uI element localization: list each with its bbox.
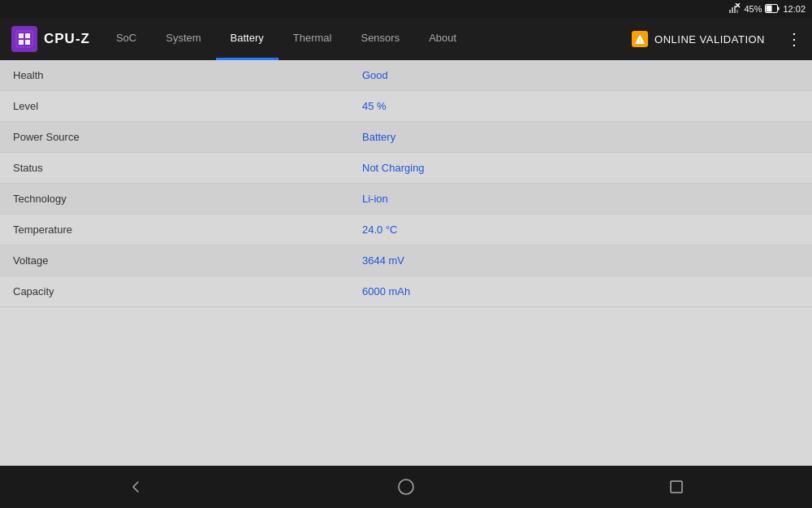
tab-sensors[interactable]: Sensors [346, 18, 414, 60]
row-label: Power Source [0, 124, 349, 150]
row-label: Capacity [0, 279, 349, 304]
row-value: 3644 mV [349, 248, 812, 273]
table-row: Capacity6000 mAh [0, 276, 812, 307]
table-row: StatusNot Charging [0, 153, 812, 184]
row-value: 24.0 °C [349, 217, 812, 242]
table-row: TechnologyLi-ion [0, 184, 812, 215]
battery-percent: 45% [744, 4, 762, 14]
nav-bar: CPU-Z SoC System Battery Thermal Sensors… [0, 18, 812, 60]
svg-rect-0 [729, 10, 731, 13]
svg-text:!: ! [639, 37, 641, 45]
battery-info-table: HealthGoodLevel45 %Power SourceBatterySt… [0, 60, 812, 307]
home-button[interactable] [386, 471, 426, 503]
tab-system[interactable]: System [151, 18, 215, 60]
row-label: Technology [0, 186, 349, 211]
content-area: HealthGoodLevel45 %Power SourceBatterySt… [0, 60, 812, 466]
row-label: Status [0, 155, 349, 180]
tab-thermal[interactable]: Thermal [279, 18, 347, 60]
row-value: Battery [349, 124, 812, 150]
online-validation-button[interactable]: ! ONLINE VALIDATION [620, 31, 776, 47]
row-label: Temperature [0, 217, 349, 242]
row-value: Not Charging [349, 155, 812, 180]
svg-rect-7 [778, 7, 780, 10]
table-row: Voltage3644 mV [0, 245, 812, 276]
signal-icon [729, 3, 741, 15]
svg-rect-11 [25, 33, 30, 38]
svg-rect-1 [732, 7, 733, 13]
battery-icon [765, 4, 780, 15]
table-row: Power SourceBattery [0, 122, 812, 153]
tab-about[interactable]: About [414, 18, 471, 60]
table-row: Level45 % [0, 91, 812, 122]
svg-rect-13 [25, 40, 30, 45]
row-label: Voltage [0, 248, 349, 273]
table-row: Temperature24.0 °C [0, 215, 812, 245]
svg-rect-3 [736, 10, 738, 13]
table-row: HealthGood [0, 60, 812, 91]
row-label: Health [0, 63, 349, 88]
validation-label: ONLINE VALIDATION [654, 33, 765, 46]
row-value: Li-ion [349, 186, 812, 211]
svg-rect-8 [767, 5, 772, 11]
row-label: Level [0, 93, 349, 119]
status-bar: 45% 12:02 [0, 0, 812, 18]
validation-icon: ! [632, 31, 648, 47]
svg-rect-17 [671, 481, 682, 493]
row-value: 6000 mAh [349, 279, 812, 304]
more-options-button[interactable]: ⋮ [776, 29, 812, 49]
row-value: Good [349, 63, 812, 88]
tab-battery[interactable]: Battery [216, 18, 279, 60]
status-time: 12:02 [783, 4, 806, 14]
tab-soc[interactable]: SoC [102, 18, 151, 60]
app-logo: CPU-Z [0, 26, 102, 52]
svg-rect-12 [19, 40, 24, 45]
nav-tabs: SoC System Battery Thermal Sensors About [102, 18, 471, 60]
svg-point-16 [399, 480, 413, 494]
bottom-bar [0, 466, 812, 508]
logo-icon [11, 26, 37, 52]
status-icons: 45% 12:02 [729, 3, 806, 15]
back-button[interactable] [115, 471, 156, 503]
recents-button[interactable] [656, 471, 697, 503]
svg-rect-10 [19, 33, 24, 38]
row-value: 45 % [349, 93, 812, 119]
app-title: CPU-Z [44, 31, 90, 47]
